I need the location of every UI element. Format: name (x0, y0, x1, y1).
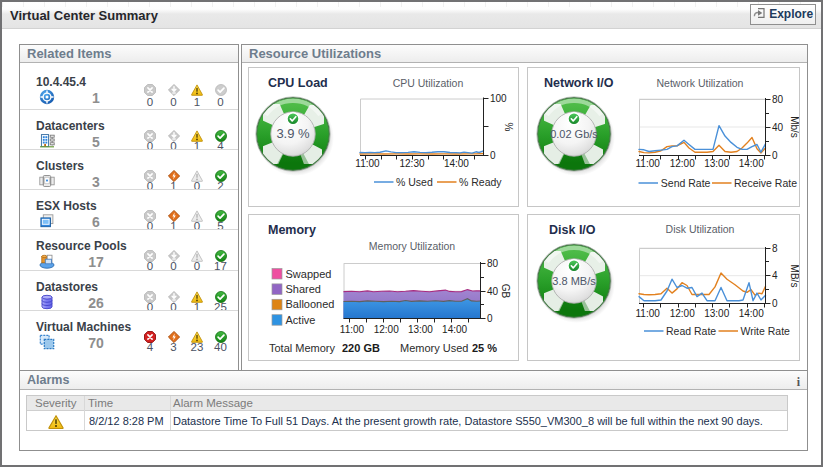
svg-text:Memory Used: Memory Used (400, 342, 468, 354)
svg-text:MB/s: MB/s (789, 265, 799, 288)
svg-text:Total Memory: Total Memory (269, 342, 336, 354)
svg-text:Write Rate: Write Rate (741, 325, 791, 337)
svg-text:Read Rate: Read Rate (666, 325, 716, 337)
svg-text:12:00: 12:00 (670, 158, 695, 169)
svg-text:80: 80 (772, 94, 784, 105)
svg-text:Shared: Shared (286, 283, 321, 295)
svg-text:11:00: 11:00 (355, 158, 380, 169)
svg-text:GB: GB (500, 284, 511, 299)
svg-text:11:00: 11:00 (636, 158, 661, 169)
svg-text:14:00: 14:00 (739, 308, 764, 319)
svg-text:0: 0 (490, 150, 496, 161)
svg-text:CPU Utilization: CPU Utilization (393, 77, 464, 89)
svg-text:40: 40 (772, 122, 784, 133)
svg-text:8: 8 (772, 243, 778, 254)
svg-text:Ballooned: Ballooned (286, 298, 335, 310)
svg-text:14:00: 14:00 (739, 158, 764, 169)
svg-text:11:00: 11:00 (340, 324, 365, 335)
svg-text:25 %: 25 % (472, 342, 497, 354)
svg-text:0: 0 (772, 150, 778, 161)
svg-text:Memory Utilization: Memory Utilization (369, 240, 456, 252)
svg-text:% Used: % Used (396, 176, 433, 188)
svg-text:220 GB: 220 GB (342, 342, 380, 354)
svg-text:100: 100 (490, 93, 507, 104)
svg-text:0: 0 (772, 298, 778, 309)
svg-text:13:00: 13:00 (704, 308, 729, 319)
svg-text:0: 0 (487, 313, 493, 324)
svg-text:Disk Utilization: Disk Utilization (666, 223, 735, 235)
svg-text:Receive Rate: Receive Rate (734, 177, 797, 189)
svg-text:13:00: 13:00 (704, 158, 729, 169)
svg-text:11:00: 11:00 (636, 308, 661, 319)
svg-text:14:00: 14:00 (442, 324, 467, 335)
svg-text:13:00: 13:00 (408, 324, 433, 335)
svg-text:Mb/s: Mb/s (789, 116, 799, 138)
svg-text:80: 80 (487, 258, 499, 269)
svg-text:40: 40 (487, 286, 499, 297)
svg-text:% Ready: % Ready (459, 176, 502, 188)
svg-text:Active: Active (286, 314, 316, 326)
svg-text:12:00: 12:00 (670, 308, 695, 319)
svg-text:%: % (503, 123, 514, 132)
svg-text:12:00: 12:00 (374, 324, 399, 335)
svg-text:Network Utilization: Network Utilization (657, 77, 744, 89)
svg-text:Send Rate: Send Rate (661, 177, 711, 189)
svg-text:4: 4 (772, 270, 778, 281)
svg-text:Swapped: Swapped (286, 268, 332, 280)
svg-text:14:00: 14:00 (444, 158, 469, 169)
svg-text:12:30: 12:30 (399, 158, 424, 169)
